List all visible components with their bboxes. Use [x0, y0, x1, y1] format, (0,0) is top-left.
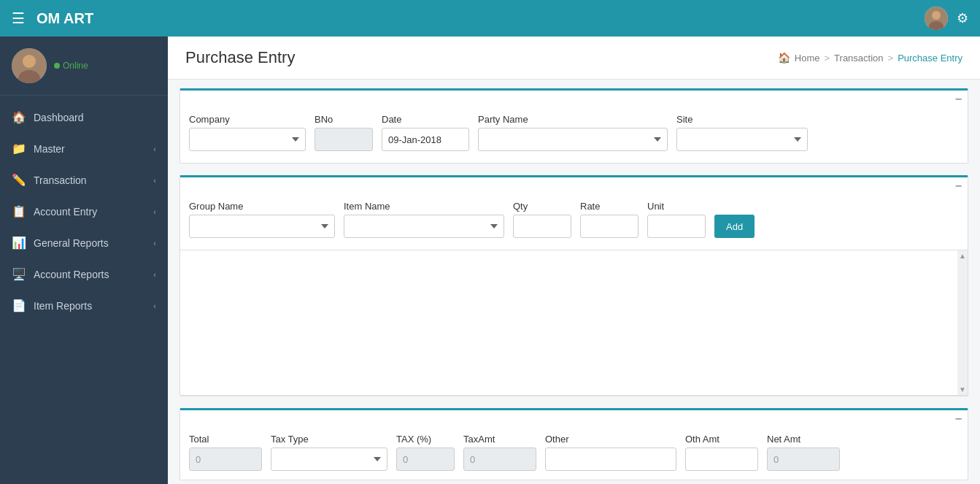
- company-label: Company: [189, 114, 306, 125]
- chevron-icon: ‹: [153, 239, 156, 247]
- account-entry-icon: 📋: [12, 204, 26, 218]
- master-icon: 📁: [12, 142, 26, 155]
- total-input[interactable]: [189, 447, 262, 471]
- group-name-label: Group Name: [189, 201, 335, 212]
- total-label: Total: [189, 434, 262, 445]
- othamt-label: Oth Amt: [685, 434, 758, 445]
- tax-input[interactable]: [396, 447, 455, 471]
- rate-group: Rate: [580, 201, 638, 238]
- rate-label: Rate: [580, 201, 638, 212]
- form-section-2: − Group Name Item Name Qty Rate: [180, 175, 968, 396]
- chevron-icon: ‹: [153, 270, 156, 279]
- account-reports-icon: 🖥️: [12, 267, 26, 281]
- party-group: Party Name: [478, 114, 668, 151]
- sidebar-item-general-reports[interactable]: 📊 General Reports ‹: [0, 227, 168, 258]
- minimize-btn-1[interactable]: −: [955, 93, 962, 105]
- sidebar-item-transaction[interactable]: ✏️ Transaction ‹: [0, 164, 168, 196]
- date-input[interactable]: [382, 128, 469, 151]
- sidebar-item-label: Master: [34, 143, 65, 155]
- form-section-2-header: −: [180, 177, 968, 195]
- totals-grid: Total Tax Type TAX (%) TaxAmt Other: [180, 428, 968, 480]
- company-select[interactable]: [189, 128, 306, 151]
- form-section-1-header: −: [180, 91, 968, 108]
- sidebar-item-account-entry[interactable]: 📋 Account Entry ‹: [0, 196, 168, 227]
- taxamt-input[interactable]: [463, 447, 536, 471]
- chevron-icon: ‹: [153, 207, 156, 216]
- minimize-btn-3[interactable]: −: [955, 413, 962, 425]
- totals-section: − Total Tax Type TAX (%) TaxAmt: [180, 408, 968, 480]
- party-label: Party Name: [478, 114, 668, 125]
- sidebar-nav: 🏠 Dashboard 📁 Master ‹ ✏️ Transaction ‹: [0, 96, 168, 484]
- date-label: Date: [382, 114, 469, 125]
- form-grid-1: Company BNo Date Party Name Site: [180, 108, 968, 163]
- qty-group: Qty: [513, 201, 571, 238]
- party-select[interactable]: [478, 128, 668, 151]
- totals-section-header: −: [180, 410, 968, 428]
- scroll-down-arrow[interactable]: ▼: [957, 384, 968, 395]
- navbar-left: ☰ OM ART: [12, 9, 93, 27]
- breadcrumb-sep2: >: [888, 53, 894, 64]
- netamt-label: Net Amt: [767, 434, 840, 445]
- bno-group: BNo: [315, 114, 373, 151]
- group-name-select[interactable]: [189, 215, 335, 238]
- sidebar-avatar: [12, 48, 47, 83]
- sidebar-item-item-reports[interactable]: 📄 Item Reports ‹: [0, 290, 168, 321]
- bno-input[interactable]: [315, 128, 373, 151]
- online-badge: Online: [54, 61, 88, 71]
- othamt-group: Oth Amt: [685, 434, 758, 471]
- taxamt-group: TaxAmt: [463, 434, 536, 471]
- item-name-select[interactable]: [344, 215, 504, 238]
- home-icon: 🏠: [778, 52, 790, 64]
- other-group: Other: [545, 434, 676, 471]
- add-group: Add: [714, 215, 755, 238]
- site-group: Site: [676, 114, 808, 151]
- sidebar-item-label: Dashboard: [34, 112, 84, 123]
- general-reports-icon: 📊: [12, 236, 26, 250]
- online-dot: [54, 63, 60, 69]
- hamburger-icon[interactable]: ☰: [12, 9, 25, 27]
- sidebar-item-label: Account Entry: [34, 206, 97, 218]
- unit-input[interactable]: [647, 215, 706, 238]
- other-input[interactable]: [545, 447, 676, 471]
- svg-point-1: [932, 11, 941, 20]
- netamt-group: Net Amt: [767, 434, 840, 471]
- item-reports-icon: 📄: [12, 299, 26, 312]
- top-navbar: ☰ OM ART ⚙: [0, 0, 980, 37]
- chevron-icon: ‹: [153, 176, 156, 185]
- item-form-grid: Group Name Item Name Qty Rate Unit: [180, 195, 968, 250]
- breadcrumb: 🏠 Home > Transaction > Purchase Entry: [778, 52, 962, 64]
- sidebar-item-label: General Reports: [34, 237, 109, 249]
- transaction-icon: ✏️: [12, 173, 26, 187]
- bno-label: BNo: [315, 114, 373, 125]
- sidebar-item-account-reports[interactable]: 🖥️ Account Reports ‹: [0, 258, 168, 290]
- netamt-input[interactable]: [767, 447, 840, 471]
- sidebar-item-label: Item Reports: [34, 300, 92, 312]
- sidebar-item-master[interactable]: 📁 Master ‹: [0, 133, 168, 164]
- item-table-area: ▲ ▼: [180, 250, 968, 396]
- scroll-up-arrow[interactable]: ▲: [957, 250, 968, 261]
- dashboard-icon: 🏠: [12, 110, 26, 124]
- add-button[interactable]: Add: [714, 215, 755, 238]
- chevron-icon: ‹: [153, 301, 156, 310]
- site-label: Site: [676, 114, 808, 125]
- user-avatar-top: [925, 7, 948, 30]
- taxtype-select[interactable]: [271, 447, 387, 471]
- sidebar-user: Online: [0, 37, 168, 96]
- rate-input[interactable]: [580, 215, 638, 238]
- sidebar: Online 🏠 Dashboard 📁 Master ‹ ✏️: [0, 37, 168, 484]
- sidebar-item-label: Transaction: [34, 174, 87, 186]
- breadcrumb-transaction: Transaction: [834, 53, 883, 64]
- site-select[interactable]: [676, 128, 808, 151]
- app-brand: OM ART: [36, 10, 93, 27]
- page-header: Purchase Entry 🏠 Home > Transaction > Pu…: [168, 37, 980, 80]
- breadcrumb-home: Home: [795, 53, 820, 64]
- table-scrollbar[interactable]: ▲ ▼: [957, 250, 968, 395]
- sidebar-item-dashboard[interactable]: 🏠 Dashboard: [0, 101, 168, 133]
- othamt-input[interactable]: [685, 447, 758, 471]
- item-name-group: Item Name: [344, 201, 504, 238]
- qty-input[interactable]: [513, 215, 571, 238]
- qty-label: Qty: [513, 201, 571, 212]
- minimize-btn-2[interactable]: −: [955, 180, 962, 192]
- gear-icon[interactable]: ⚙: [957, 10, 968, 26]
- total-group: Total: [189, 434, 262, 471]
